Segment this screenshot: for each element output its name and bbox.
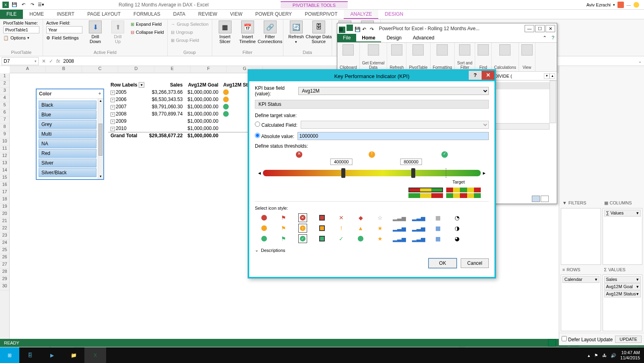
slicer-item[interactable]: Silver/Black xyxy=(39,168,96,177)
row-header[interactable]: 26 xyxy=(0,254,9,262)
touch-mode-icon[interactable]: ☰▾ xyxy=(38,2,44,8)
enter-formula-icon[interactable]: ✓ xyxy=(49,58,53,64)
tab-insert[interactable]: INSERT xyxy=(50,10,81,19)
drill-down-button[interactable]: ⬇Drill Down xyxy=(86,21,105,44)
tray-network-icon[interactable]: 🖧 xyxy=(602,353,607,358)
pp-data-view-icon[interactable] xyxy=(532,196,540,202)
pp-undo-icon[interactable]: ↶ xyxy=(362,27,369,33)
slicer-item[interactable]: Black xyxy=(39,101,96,109)
insert-slicer-button[interactable]: ▦Insert Slicer xyxy=(215,21,235,44)
pivot-row-label[interactable]: +2005 xyxy=(108,89,147,96)
rows-chip-calendar[interactable]: Calendar▾ xyxy=(562,276,599,283)
kpi-dialog-title[interactable]: Key Performance Indicator (KPI) ? ✕ xyxy=(249,71,494,81)
pivot-name-input[interactable] xyxy=(3,26,39,33)
expand-icon[interactable]: + xyxy=(111,127,115,131)
icon-style-option[interactable]: ⚑ xyxy=(279,224,288,233)
col-header[interactable]: B xyxy=(46,66,82,73)
row-header[interactable]: 16 xyxy=(0,182,9,189)
pp-ribbon-group[interactable]: Clipboard xyxy=(337,43,360,71)
pp-collapse-ribbon-icon[interactable]: ⌃ xyxy=(540,34,549,42)
values-chip-sales[interactable]: Sales▾ xyxy=(604,276,641,283)
icon-style-option[interactable]: ! xyxy=(298,224,307,233)
pp-diagram-view-icon[interactable] xyxy=(541,196,549,202)
pivot-row-label[interactable]: +2007 xyxy=(108,103,147,110)
save-icon[interactable]: 💾 xyxy=(11,2,18,8)
pp-formula-expand-down-icon[interactable]: ▾ xyxy=(544,73,550,79)
col-header[interactable]: F xyxy=(191,66,227,73)
row-header[interactable]: 19 xyxy=(0,204,9,211)
pivot-row-label[interactable]: +2006 xyxy=(108,96,147,103)
pp-ribbon-group[interactable]: View xyxy=(519,43,535,71)
user-name[interactable]: Aviv Ezrachi xyxy=(587,2,611,7)
row-header[interactable]: 1 xyxy=(0,73,9,80)
field-settings-button[interactable]: ⚙Field Settings xyxy=(46,34,82,41)
kpi-ok-button[interactable]: OK xyxy=(429,258,457,268)
defer-update-checkbox[interactable]: Defer Layout Update xyxy=(562,336,613,342)
abs-value-input[interactable] xyxy=(297,132,489,140)
kpi-close-button[interactable]: ✕ xyxy=(482,71,494,80)
icon-style-option[interactable]: ▲ xyxy=(356,224,365,233)
row-header[interactable]: 9 xyxy=(0,131,9,138)
pivot-row-label[interactable]: +2009 xyxy=(108,118,147,125)
col-header[interactable]: C xyxy=(82,66,118,73)
pp-vscrollbar[interactable] xyxy=(550,80,556,123)
columns-chip[interactable]: ∑ Values▾ xyxy=(604,210,641,217)
pp-ribbon-group[interactable]: Sort and Filter xyxy=(455,43,475,71)
tab-file[interactable]: FILE xyxy=(0,10,23,19)
slicer-item[interactable]: Blue xyxy=(39,110,96,119)
expand-formula-icon[interactable]: ⌄ xyxy=(636,58,644,64)
pp-maximize-button[interactable]: ☐ xyxy=(535,25,545,32)
taskbar-excel-icon[interactable]: X xyxy=(84,347,106,363)
abs-value-radio[interactable]: Absolute value: xyxy=(255,133,294,139)
icon-style-option[interactable]: ▦ xyxy=(433,213,442,222)
row-header[interactable]: 8 xyxy=(0,124,9,131)
slicer-scrollbar[interactable]: ▴ ▾ xyxy=(98,99,103,179)
icon-style-option[interactable]: ★ xyxy=(375,224,384,233)
icon-style-option[interactable]: ✓ xyxy=(337,234,346,243)
icon-style-option[interactable]: ▂▃▅ xyxy=(414,213,423,222)
pp-tab-design[interactable]: Design xyxy=(381,34,407,42)
descriptions-toggle[interactable]: ⌄Descriptions xyxy=(249,248,494,255)
taskbar-clock[interactable]: 10:47 AM11/4/2015 xyxy=(620,350,640,361)
pivot-row-label[interactable]: +2010 xyxy=(108,125,147,132)
tab-design[interactable]: DESIGN xyxy=(378,10,410,19)
icon-style-option[interactable]: ▂▃▅ xyxy=(395,234,404,243)
row-header[interactable]: 23 xyxy=(0,233,9,240)
icon-style-option[interactable] xyxy=(356,234,365,243)
fx-icon[interactable]: fx xyxy=(56,58,60,64)
icon-style-option[interactable]: ◕ xyxy=(453,234,461,243)
icon-style-option[interactable] xyxy=(260,213,269,222)
taskbar-powershell-icon[interactable]: ▶ xyxy=(41,347,63,363)
icon-style-option[interactable]: ✓ xyxy=(298,234,307,243)
pp-title-bar[interactable]: ⊞ 💾 ↶ ↷ PowerPivot for Excel - Rolling 1… xyxy=(337,23,557,34)
slicer-item[interactable]: Silver xyxy=(39,159,96,167)
row-header[interactable]: 7 xyxy=(0,117,9,124)
thresh-handle-high[interactable] xyxy=(411,168,415,178)
icon-style-option[interactable]: ▦ xyxy=(433,224,442,233)
icon-style-option[interactable]: ⚑ xyxy=(279,213,288,222)
slicer-item[interactable]: Grey xyxy=(39,120,96,129)
insert-timeline-button[interactable]: 📅Insert Timeline xyxy=(238,21,257,44)
icon-style-option[interactable] xyxy=(318,213,326,222)
row-header[interactable]: 22 xyxy=(0,225,9,233)
icon-style-option[interactable] xyxy=(318,224,326,233)
expand-icon[interactable]: + xyxy=(111,112,115,117)
values-chip-goal[interactable]: Avg12M Goal▾ xyxy=(604,283,641,290)
col-header[interactable]: E xyxy=(154,66,191,73)
icon-style-option[interactable]: ★ xyxy=(375,234,384,243)
filter-connections-button[interactable]: 🔗Filter Connections xyxy=(260,21,280,44)
pp-ribbon-group[interactable]: Refresh xyxy=(387,43,406,71)
thresh-high-value[interactable]: 800000 xyxy=(400,159,422,165)
rowlabels-dropdown-icon[interactable]: ▾ xyxy=(139,82,144,88)
options-button[interactable]: 📋Options▾ xyxy=(3,34,39,41)
slicer-item[interactable]: Multi xyxy=(39,130,96,138)
row-header[interactable]: 3 xyxy=(0,88,9,95)
taskbar-server-manager-icon[interactable]: 🗄 xyxy=(19,347,41,363)
start-button[interactable]: ⊞ xyxy=(0,347,19,363)
row-header[interactable]: 29 xyxy=(0,276,9,283)
clear-filter-icon[interactable]: ⌖ xyxy=(98,91,101,97)
refresh-button[interactable]: 🔄Refresh▾ xyxy=(287,21,306,44)
tray-up-icon[interactable]: ▴ xyxy=(588,353,590,358)
style-swatch-1[interactable] xyxy=(408,188,443,192)
color-slicer[interactable]: Color⌖ BlackBlueGreyMultiNARedSilverSilv… xyxy=(36,89,104,180)
